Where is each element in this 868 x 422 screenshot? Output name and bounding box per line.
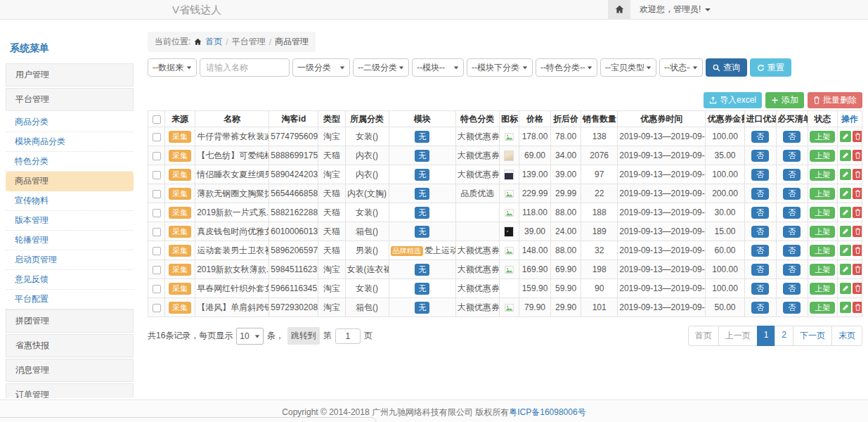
page-size-select[interactable]: 10 [236, 328, 263, 345]
edit-button[interactable] [840, 188, 851, 199]
sidebar-sub-item[interactable]: 平台配置 [6, 290, 134, 309]
must-buy-toggle[interactable]: 否 [783, 169, 801, 181]
row-checkbox[interactable] [153, 266, 161, 274]
filter-select[interactable]: --模块下分类-- [467, 58, 533, 77]
delete-button[interactable] [853, 188, 862, 199]
delete-button[interactable] [853, 264, 862, 275]
pager-button[interactable]: 1 [757, 326, 776, 346]
delete-button[interactable] [853, 207, 862, 218]
import-select-toggle[interactable]: 否 [751, 150, 769, 162]
row-checkbox[interactable] [153, 304, 161, 312]
must-buy-toggle[interactable]: 否 [783, 131, 801, 143]
edit-button[interactable] [840, 207, 851, 218]
filter-select[interactable]: --状态-- [659, 58, 703, 77]
sidebar-group-item[interactable]: 拼团管理 [6, 309, 134, 333]
must-buy-toggle[interactable]: 否 [783, 207, 801, 219]
jump-page-input[interactable] [335, 328, 361, 344]
reset-button[interactable]: 重置 [750, 58, 791, 77]
row-checkbox[interactable] [153, 190, 161, 198]
pager-button[interactable]: 下一页 [793, 326, 832, 346]
pager-button[interactable]: 2 [775, 326, 793, 346]
row-checkbox[interactable] [153, 209, 161, 217]
filter-select[interactable]: --特色分类-- [536, 58, 597, 77]
status-toggle[interactable]: 上架 [810, 283, 835, 295]
import-excel-button[interactable]: 导入excel [704, 92, 762, 108]
edit-button[interactable] [840, 150, 851, 161]
pager-button[interactable]: 末页 [831, 326, 862, 346]
batch-delete-button[interactable]: 批量删除 [808, 92, 862, 108]
delete-button[interactable] [853, 150, 862, 161]
home-button[interactable] [608, 0, 630, 19]
icp-link[interactable]: 粤ICP备16098006号 [509, 407, 585, 417]
delete-button[interactable] [853, 131, 862, 142]
delete-button[interactable] [853, 169, 862, 180]
status-toggle[interactable]: 上架 [810, 226, 835, 238]
sidebar-sub-item[interactable]: 商品分类 [6, 113, 134, 132]
status-toggle[interactable]: 上架 [810, 169, 835, 181]
import-select-toggle[interactable]: 否 [751, 264, 769, 276]
filter-select[interactable]: --模块-- [412, 58, 464, 77]
pager-button[interactable]: 首页 [688, 326, 719, 346]
delete-button[interactable] [853, 245, 862, 256]
user-menu[interactable]: 欢迎您，管理员! [640, 4, 711, 15]
must-buy-toggle[interactable]: 否 [783, 226, 801, 238]
must-buy-toggle[interactable]: 否 [783, 264, 801, 276]
must-buy-toggle[interactable]: 否 [783, 302, 801, 314]
status-toggle[interactable]: 上架 [810, 302, 835, 314]
status-toggle[interactable]: 上架 [810, 245, 835, 257]
horizontal-scrollbar[interactable] [0, 417, 377, 422]
row-checkbox[interactable] [153, 247, 161, 255]
status-toggle[interactable]: 上架 [810, 207, 835, 219]
sidebar-sub-item[interactable]: 商品管理 [6, 172, 134, 191]
name-search-input[interactable] [200, 58, 290, 77]
edit-button[interactable] [840, 264, 851, 275]
delete-button[interactable] [853, 302, 862, 313]
import-select-toggle[interactable]: 否 [751, 283, 769, 295]
add-button[interactable]: 添加 [765, 92, 804, 108]
must-buy-toggle[interactable]: 否 [783, 283, 801, 295]
edit-button[interactable] [840, 169, 851, 180]
must-buy-toggle[interactable]: 否 [783, 245, 801, 257]
row-checkbox[interactable] [153, 133, 161, 141]
status-toggle[interactable]: 上架 [810, 188, 835, 200]
sidebar-group-item[interactable]: 消息管理 [6, 359, 134, 382]
sidebar-group-item[interactable]: 平台管理 [6, 88, 134, 111]
status-toggle[interactable]: 上架 [810, 131, 835, 143]
sidebar-sub-item[interactable]: 意见反馈 [6, 270, 134, 290]
filter-select[interactable]: --数据来源-- [148, 58, 197, 77]
import-select-toggle[interactable]: 否 [751, 169, 769, 181]
sidebar-group-item[interactable]: 用户管理 [6, 63, 134, 87]
filter-select[interactable]: --二级分类-- [353, 58, 409, 77]
import-select-toggle[interactable]: 否 [751, 302, 769, 314]
filter-select[interactable]: --宝贝类型-- [600, 58, 656, 77]
delete-button[interactable] [853, 283, 862, 294]
select-all-checkbox[interactable] [153, 115, 161, 124]
import-select-toggle[interactable]: 否 [751, 226, 769, 238]
edit-button[interactable] [840, 131, 851, 142]
row-checkbox[interactable] [153, 152, 161, 160]
jump-button[interactable]: 跳转到 [287, 327, 320, 345]
status-toggle[interactable]: 上架 [810, 264, 835, 276]
row-checkbox[interactable] [153, 171, 161, 179]
edit-button[interactable] [840, 283, 851, 294]
pager-button[interactable]: 上一页 [718, 326, 758, 346]
delete-button[interactable] [853, 226, 862, 237]
sidebar-group-item[interactable]: 省惠快报 [6, 334, 134, 357]
row-checkbox[interactable] [153, 228, 161, 236]
sidebar-sub-item[interactable]: 启动页管理 [6, 250, 134, 270]
import-select-toggle[interactable]: 否 [751, 131, 769, 143]
edit-button[interactable] [840, 302, 851, 313]
breadcrumb-home-link[interactable]: 首页 [205, 36, 222, 48]
edit-button[interactable] [840, 226, 851, 237]
import-select-toggle[interactable]: 否 [751, 207, 769, 219]
sidebar-sub-item[interactable]: 模块商品分类 [6, 132, 134, 152]
import-select-toggle[interactable]: 否 [751, 245, 769, 257]
row-checkbox[interactable] [153, 285, 161, 293]
sidebar-sub-item[interactable]: 特色分类 [6, 152, 134, 172]
query-button[interactable]: 查询 [706, 58, 747, 77]
sidebar-sub-item[interactable]: 轮播管理 [6, 231, 134, 250]
sidebar-group-item[interactable]: 订单管理 [6, 383, 134, 398]
filter-select[interactable]: 一级分类 [292, 58, 350, 77]
edit-button[interactable] [840, 245, 851, 256]
sidebar-sub-item[interactable]: 版本管理 [6, 211, 134, 231]
